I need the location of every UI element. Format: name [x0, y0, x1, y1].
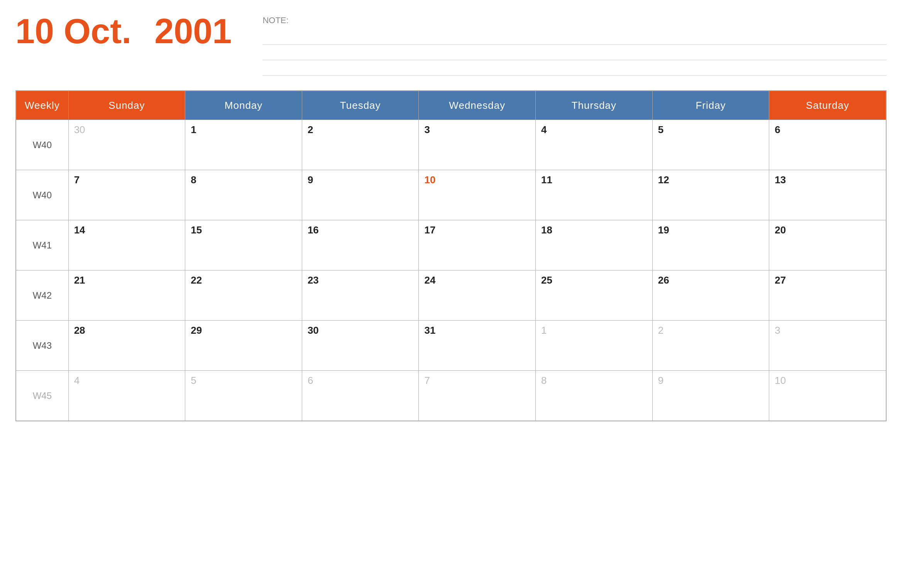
header-friday: Friday [652, 91, 769, 120]
day-number: 4 [74, 375, 80, 386]
header-date: 10 Oct. 2001 [15, 12, 232, 51]
day-number: 11 [541, 174, 552, 186]
day-number: 8 [541, 375, 547, 386]
day-cell: 20 [769, 220, 886, 270]
day-cell: 6 [769, 120, 886, 170]
day-cell: 11 [536, 170, 653, 220]
day-cell: 27 [769, 270, 886, 321]
note-line-3 [262, 63, 887, 76]
calendar-row: W4030123456 [16, 120, 886, 170]
week-label: W40 [16, 120, 69, 170]
day-number: 10 [775, 375, 786, 386]
calendar-row: W4545678910 [16, 371, 886, 421]
day-number: 5 [658, 124, 663, 135]
calendar-row: W4328293031123 [16, 321, 886, 371]
header-tuesday: Tuesday [302, 91, 419, 120]
day-number: 6 [308, 375, 313, 386]
day-number: 25 [541, 274, 552, 286]
day-number: 30 [74, 124, 85, 135]
day-number: 9 [308, 174, 313, 186]
day-cell: 23 [302, 270, 419, 321]
day-number: 1 [541, 324, 547, 336]
day-cell: 5 [652, 120, 769, 170]
week-label: W43 [16, 321, 69, 371]
day-cell: 6 [302, 371, 419, 421]
day-cell: 15 [185, 220, 302, 270]
day-number: 21 [74, 274, 85, 286]
day-number: 27 [775, 274, 786, 286]
day-cell: 7 [419, 371, 536, 421]
day-cell: 9 [302, 170, 419, 220]
day-cell: 13 [769, 170, 886, 220]
day-cell: 19 [652, 220, 769, 270]
note-label: NOTE: [262, 15, 887, 25]
day-cell: 25 [536, 270, 653, 321]
day-number: 18 [541, 224, 552, 236]
day-cell: 14 [68, 220, 185, 270]
day-cell: 31 [419, 321, 536, 371]
header-weekly: Weekly [16, 91, 69, 120]
day-cell: 26 [652, 270, 769, 321]
calendar: Weekly Sunday Monday Tuesday Wednesday T… [15, 90, 887, 421]
day-cell: 18 [536, 220, 653, 270]
day-cell: 9 [652, 371, 769, 421]
day-cell: 10 [419, 170, 536, 220]
day-cell: 5 [185, 371, 302, 421]
day-month-label: 10 Oct. [15, 12, 131, 51]
day-number: 14 [74, 224, 85, 236]
week-label: W40 [16, 170, 69, 220]
day-cell: 16 [302, 220, 419, 270]
day-number: 2 [308, 124, 313, 135]
note-line-2 [262, 48, 887, 60]
day-number: 24 [424, 274, 435, 286]
day-cell: 1 [536, 321, 653, 371]
day-number: 5 [191, 375, 196, 386]
day-number: 28 [74, 324, 85, 336]
day-cell: 1 [185, 120, 302, 170]
day-number: 4 [541, 124, 547, 135]
day-number: 26 [658, 274, 669, 286]
header-saturday: Saturday [769, 91, 886, 120]
day-number: 19 [658, 224, 669, 236]
day-number: 29 [191, 324, 202, 336]
day-cell: 29 [185, 321, 302, 371]
day-cell: 21 [68, 270, 185, 321]
day-cell: 2 [652, 321, 769, 371]
day-number: 31 [424, 324, 435, 336]
day-cell: 10 [769, 371, 886, 421]
day-number: 7 [74, 174, 80, 186]
day-number: 2 [658, 324, 663, 336]
calendar-row: W4221222324252627 [16, 270, 886, 321]
day-cell: 3 [419, 120, 536, 170]
day-number: 9 [658, 375, 663, 386]
day-cell: 4 [68, 371, 185, 421]
note-section: NOTE: [262, 12, 887, 79]
day-number: 6 [775, 124, 780, 135]
day-number: 3 [775, 324, 780, 336]
note-line-1 [262, 32, 887, 45]
day-number: 7 [424, 375, 430, 386]
page-header: 10 Oct. 2001 NOTE: [15, 12, 887, 79]
year-label: 2001 [154, 12, 232, 51]
day-cell: 22 [185, 270, 302, 321]
day-number: 23 [308, 274, 319, 286]
day-number: 10 [424, 174, 435, 186]
week-label: W42 [16, 270, 69, 321]
day-cell: 4 [536, 120, 653, 170]
day-cell: 30 [302, 321, 419, 371]
calendar-row: W4078910111213 [16, 170, 886, 220]
day-number: 17 [424, 224, 435, 236]
day-number: 20 [775, 224, 786, 236]
day-number: 8 [191, 174, 196, 186]
day-number: 16 [308, 224, 319, 236]
day-number: 3 [424, 124, 430, 135]
header-thursday: Thursday [536, 91, 653, 120]
day-number: 12 [658, 174, 669, 186]
day-number: 30 [308, 324, 319, 336]
day-cell: 24 [419, 270, 536, 321]
day-number: 22 [191, 274, 202, 286]
header-monday: Monday [185, 91, 302, 120]
calendar-header-row: Weekly Sunday Monday Tuesday Wednesday T… [16, 91, 886, 120]
day-cell: 8 [185, 170, 302, 220]
day-cell: 7 [68, 170, 185, 220]
